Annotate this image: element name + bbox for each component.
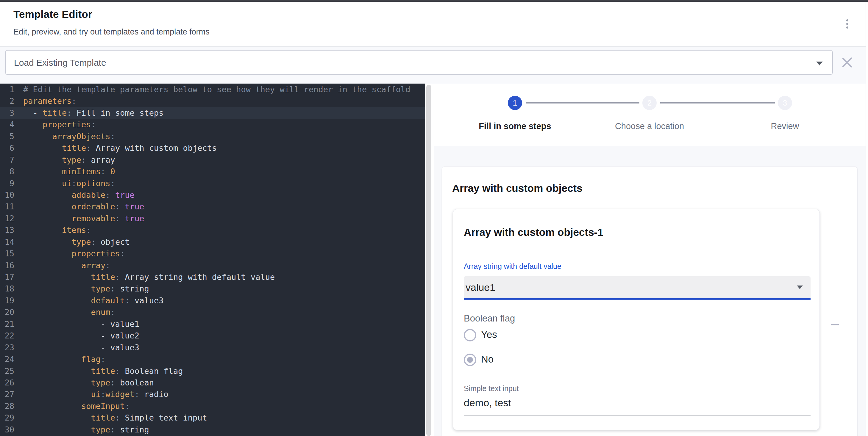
line-number: 29 xyxy=(0,412,14,424)
code-text: arrayObjects: xyxy=(23,131,115,142)
code-line-7[interactable]: 7 type: array xyxy=(0,154,425,166)
line-number: 13 xyxy=(0,224,14,236)
page-subtitle: Edit, preview, and try out templates and… xyxy=(13,27,210,37)
code-text: title: Array string with default value xyxy=(23,271,275,283)
line-number: 3 xyxy=(0,107,14,119)
code-text: properties: xyxy=(23,248,125,259)
code-text: orderable: true xyxy=(23,201,144,212)
code-line-12[interactable]: 12 removable: true xyxy=(0,213,425,224)
code-text: flag: xyxy=(23,353,105,365)
line-number: 17 xyxy=(0,271,14,283)
array-item-title: Array with custom objects-1 xyxy=(464,226,603,238)
line-number: 4 xyxy=(0,119,14,130)
line-number: 12 xyxy=(0,213,14,224)
form-section-title: Array with custom objects xyxy=(452,182,583,194)
close-icon xyxy=(839,55,855,70)
load-existing-template-placeholder: Load Existing Template xyxy=(14,58,106,68)
code-text: - title: Fill in some steps xyxy=(23,107,163,119)
line-number: 9 xyxy=(0,177,14,189)
line-number: 15 xyxy=(0,248,14,259)
code-line-13[interactable]: 13 items: xyxy=(0,224,425,236)
simple-text-input[interactable]: demo, test xyxy=(464,397,511,409)
line-number: 30 xyxy=(0,424,14,435)
code-line-3[interactable]: 3 - title: Fill in some steps xyxy=(0,107,425,119)
code-line-21[interactable]: 21 - value1 xyxy=(0,318,425,330)
code-line-28[interactable]: 28 someInput: xyxy=(0,400,425,412)
code-line-14[interactable]: 14 type: object xyxy=(0,236,425,248)
code-line-22[interactable]: 22 - value2 xyxy=(0,330,425,341)
step-label-2: Choose a location xyxy=(575,121,724,131)
code-text: title: Boolean flag xyxy=(23,365,183,377)
code-line-25[interactable]: 25 title: Boolean flag xyxy=(0,365,425,377)
code-line-17[interactable]: 17 title: Array string with default valu… xyxy=(0,271,425,283)
step-circle-1: 1 xyxy=(508,96,522,110)
code-text: ui:options: xyxy=(23,177,115,189)
code-line-9[interactable]: 9 ui:options: xyxy=(0,177,425,189)
radio-no-label: No xyxy=(481,354,494,365)
line-number: 22 xyxy=(0,330,14,341)
boolean-flag-label: Boolean flag xyxy=(464,313,515,324)
step-label-3: Review xyxy=(711,121,859,131)
remove-array-item-button[interactable] xyxy=(828,317,842,332)
step-label-1: Fill in some steps xyxy=(440,121,589,131)
clear-template-button[interactable] xyxy=(839,55,855,70)
code-line-15[interactable]: 15 properties: xyxy=(0,248,425,259)
page-right-scroll-track[interactable] xyxy=(866,2,868,436)
code-text: - value3 xyxy=(23,342,139,353)
code-text: removable: true xyxy=(23,213,144,224)
form-step-card: Array with custom objects Array with cus… xyxy=(442,166,858,436)
code-text: title: Simple text input xyxy=(23,412,207,424)
load-existing-template-select[interactable]: Load Existing Template xyxy=(5,50,833,75)
code-text: type: array xyxy=(23,154,115,166)
more-options-kebab-icon[interactable] xyxy=(840,15,854,33)
code-line-2[interactable]: 2parameters: xyxy=(0,95,425,107)
template-editor-page: Template Editor Edit, preview, and try o… xyxy=(0,0,868,436)
code-text: # Edit the template parameters below to … xyxy=(23,83,410,95)
line-number: 14 xyxy=(0,236,14,248)
code-line-26[interactable]: 26 type: boolean xyxy=(0,377,425,389)
code-line-8[interactable]: 8 minItems: 0 xyxy=(0,166,425,177)
radio-checked-dot xyxy=(467,357,473,363)
code-line-6[interactable]: 6 title: Array with custom objects xyxy=(0,142,425,154)
pane-divider-handle[interactable] xyxy=(426,85,431,436)
code-line-27[interactable]: 27 ui:widget: radio xyxy=(0,389,425,400)
code-line-20[interactable]: 20 enum: xyxy=(0,306,425,318)
array-string-select[interactable]: value1 xyxy=(464,276,811,300)
line-number: 26 xyxy=(0,377,14,389)
yaml-code-editor[interactable]: 1# Edit the template parameters below to… xyxy=(0,83,425,436)
code-line-19[interactable]: 19 default: value3 xyxy=(0,295,425,306)
line-number: 28 xyxy=(0,400,14,412)
select-caret-icon xyxy=(797,286,803,289)
code-line-23[interactable]: 23 - value3 xyxy=(0,342,425,353)
line-number: 25 xyxy=(0,365,14,377)
code-text: type: boolean xyxy=(23,377,154,389)
code-text: type: object xyxy=(23,236,130,248)
pane-divider-track xyxy=(425,83,434,436)
line-number: 19 xyxy=(0,295,14,306)
code-text: type: string xyxy=(23,424,149,435)
array-string-select-value: value1 xyxy=(466,276,495,298)
code-line-30[interactable]: 30 type: string xyxy=(0,424,425,435)
code-line-10[interactable]: 10 addable: true xyxy=(0,189,425,201)
array-string-select-label: Array string with default value xyxy=(464,262,561,271)
code-line-1[interactable]: 1# Edit the template parameters below to… xyxy=(0,83,425,95)
code-line-4[interactable]: 4 properties: xyxy=(0,119,425,130)
code-line-5[interactable]: 5 arrayObjects: xyxy=(0,131,425,142)
step-circle-2: 2 xyxy=(642,96,657,110)
line-number: 5 xyxy=(0,131,14,142)
line-number: 6 xyxy=(0,142,14,154)
code-line-11[interactable]: 11 orderable: true xyxy=(0,201,425,212)
line-number: 16 xyxy=(0,260,14,271)
radio-yes-label: Yes xyxy=(481,329,497,340)
page-header: Template Editor Edit, preview, and try o… xyxy=(0,2,868,47)
code-text: title: Array with custom objects xyxy=(23,142,217,154)
code-line-16[interactable]: 16 array: xyxy=(0,260,425,271)
line-number: 2 xyxy=(0,95,14,107)
stepper-connector-1 xyxy=(526,102,640,103)
line-number: 8 xyxy=(0,166,14,177)
code-line-18[interactable]: 18 type: string xyxy=(0,283,425,295)
code-line-24[interactable]: 24 flag: xyxy=(0,353,425,365)
code-line-29[interactable]: 29 title: Simple text input xyxy=(0,412,425,424)
step-circle-3: 3 xyxy=(778,96,792,110)
code-text: enum: xyxy=(23,306,115,318)
